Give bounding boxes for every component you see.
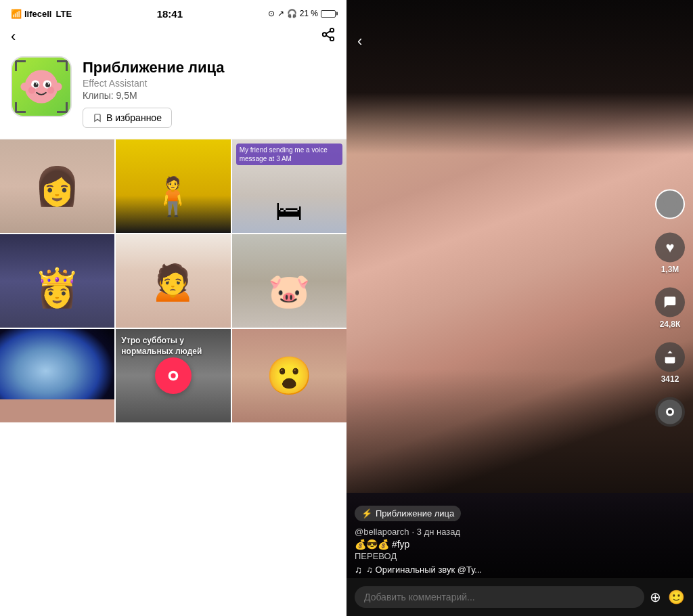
action-sidebar: ♥ 1,3М 24,8К 3412 bbox=[655, 190, 685, 427]
creator-avatar[interactable] bbox=[655, 190, 685, 219]
svg-point-5 bbox=[25, 70, 58, 104]
tiktok-back-button[interactable]: ‹ bbox=[357, 32, 362, 50]
effect-title: Приближение лица bbox=[83, 59, 336, 76]
cell-8-overlay-text: Утро субботы у нормальных людей bbox=[121, 336, 225, 357]
app-header: ‹ bbox=[0, 24, 346, 51]
video-info: ⚡ Приближение лица @bellapoarch · 3 дн н… bbox=[355, 506, 652, 575]
translate-button[interactable]: ПЕРЕВОД bbox=[355, 551, 652, 561]
sound-label: ♫ Оригинальный звук @Ту... bbox=[366, 565, 482, 575]
effect-tag-label: Приближение лица bbox=[376, 508, 454, 519]
cell-3-overlay-text: My friend sending me a voice message at … bbox=[236, 144, 342, 165]
grid-cell-8[interactable]: Утро субботы у нормальных людей bbox=[116, 329, 230, 422]
grid-cell-9[interactable]: 😮 bbox=[232, 329, 346, 422]
grid-cell-5[interactable]: 🙍 bbox=[116, 234, 230, 328]
svg-text:×: × bbox=[34, 81, 37, 87]
svg-text:×: × bbox=[45, 81, 49, 87]
favorite-label: В избранное bbox=[106, 112, 162, 123]
emoji-smile-icon[interactable]: 🙂 bbox=[668, 589, 685, 605]
right-panel: ‹ ♥ 1,3М 24,8К 3412 bbox=[346, 0, 693, 616]
battery-icon bbox=[321, 10, 336, 18]
location-icon: ⊙ bbox=[268, 9, 275, 18]
svg-line-3 bbox=[326, 35, 330, 38]
comment-bar: ⊕ 🙂 bbox=[346, 578, 693, 616]
signal-icon: 📶 bbox=[11, 9, 22, 19]
sound-icon: ♫ bbox=[355, 564, 362, 575]
svg-point-14 bbox=[28, 87, 36, 94]
status-carrier: 📶 lifecell LTE bbox=[11, 9, 72, 19]
like-button[interactable]: ♥ 1,3М bbox=[655, 233, 685, 274]
music-button[interactable] bbox=[655, 397, 685, 427]
effect-author: Effect Assistant bbox=[83, 78, 336, 89]
grid-cell-3[interactable]: My friend sending me a voice message at … bbox=[232, 139, 346, 233]
video-grid: 👩 🧍 My friend sending me a voice message… bbox=[0, 139, 346, 616]
svg-point-25 bbox=[668, 410, 672, 414]
music-disc-icon bbox=[655, 397, 685, 427]
effect-info: Приближение лица Effect Assistant Клипы:… bbox=[83, 56, 336, 128]
comment-count: 24,8К bbox=[660, 320, 681, 329]
share-icon bbox=[655, 343, 685, 372]
like-icon: ♥ bbox=[655, 233, 685, 263]
effect-tag[interactable]: ⚡ Приближение лица bbox=[355, 506, 461, 521]
record-button[interactable] bbox=[155, 357, 192, 394]
svg-point-15 bbox=[47, 87, 55, 94]
sound-info[interactable]: ♫ ♫ Оригинальный звук @Ту... bbox=[355, 564, 652, 575]
grid-cell-6[interactable]: 🐷 bbox=[232, 234, 346, 328]
comment-button[interactable]: 24,8К bbox=[655, 288, 685, 329]
share-button-right[interactable]: 3412 bbox=[655, 343, 685, 384]
hair-overlay bbox=[346, 0, 693, 154]
arrow-icon: ↗ bbox=[277, 9, 284, 18]
status-bar: 📶 lifecell LTE 18:41 ⊙ ↗ 🎧 21 % bbox=[0, 0, 346, 24]
headphone-icon: 🎧 bbox=[287, 9, 297, 18]
video-caption: 💰😎💰 #fyp bbox=[355, 539, 652, 550]
grid-cell-7[interactable] bbox=[0, 329, 114, 422]
svg-point-16 bbox=[20, 83, 28, 91]
comment-icon bbox=[655, 288, 685, 317]
svg-point-17 bbox=[53, 83, 62, 91]
svg-line-4 bbox=[326, 31, 330, 34]
effect-clips: Клипы: 9,5M bbox=[83, 90, 336, 101]
svg-point-21 bbox=[661, 208, 679, 218]
grid-cell-2[interactable]: 🧍 bbox=[116, 139, 230, 233]
effect-card: × × Приближение лица Effect Assistant Кл… bbox=[0, 51, 346, 139]
comment-input[interactable] bbox=[355, 586, 644, 608]
svg-point-19 bbox=[171, 373, 175, 378]
effect-app-icon: × × bbox=[11, 56, 72, 117]
share-button[interactable] bbox=[321, 27, 336, 45]
status-right: ⊙ ↗ 🎧 21 % bbox=[268, 9, 336, 18]
like-count: 1,3М bbox=[661, 265, 679, 274]
share-count: 3412 bbox=[661, 374, 679, 384]
emoji-react-icon[interactable]: ⊕ bbox=[650, 589, 661, 605]
grid-cell-1[interactable]: 👩 bbox=[0, 139, 114, 233]
battery-percent: 21 % bbox=[300, 9, 318, 18]
favorite-button[interactable]: В избранное bbox=[83, 108, 172, 128]
svg-point-20 bbox=[663, 194, 677, 208]
back-button[interactable]: ‹ bbox=[11, 28, 16, 45]
effect-star-icon: ⚡ bbox=[361, 508, 372, 519]
grid-cell-4[interactable]: 👸 bbox=[0, 234, 114, 328]
creator-username[interactable]: @bellapoarch · 3 дн назад bbox=[355, 525, 652, 537]
comment-icons: ⊕ 🙂 bbox=[650, 589, 685, 605]
left-panel: 📶 lifecell LTE 18:41 ⊙ ↗ 🎧 21 % ‹ bbox=[0, 0, 346, 616]
status-time: 18:41 bbox=[157, 8, 183, 20]
